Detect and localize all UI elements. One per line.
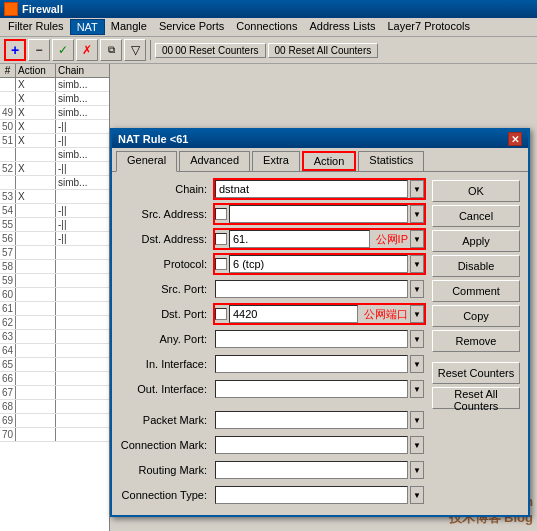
table-row[interactable]: 51X-|| [0,134,109,148]
packet-mark-dropdown[interactable]: ▼ [410,411,424,429]
add-button[interactable]: + [4,39,26,61]
check-button[interactable]: ✓ [52,39,74,61]
src-port-label: Src. Port: [118,283,213,295]
table-row[interactable]: 66 [0,372,109,386]
src-address-checkbox[interactable] [215,208,227,220]
table-row[interactable]: 61 [0,302,109,316]
table-row[interactable]: 58 [0,260,109,274]
in-interface-row: In. Interface: ▼ [118,353,426,375]
routing-mark-wrap: ▼ [213,459,426,481]
table-row[interactable]: 52X-|| [0,162,109,176]
tab-extra[interactable]: Extra [252,151,300,171]
connection-type-input[interactable] [215,486,408,504]
src-address-input[interactable] [229,205,408,223]
tab-action[interactable]: Action [302,151,357,171]
menu-layer7[interactable]: Layer7 Protocols [382,19,477,35]
reset-counters-button-dlg[interactable]: Reset Counters [432,362,520,384]
table-row[interactable]: 54-|| [0,204,109,218]
packet-mark-input[interactable] [215,411,408,429]
src-port-dropdown[interactable]: ▼ [410,280,424,298]
out-interface-input[interactable] [215,380,408,398]
chain-input[interactable] [215,180,408,198]
reset-counters-button[interactable]: 00 00 Reset Counters [155,43,266,58]
menu-filter-rules[interactable]: Filter Rules [2,19,70,35]
routing-mark-input[interactable] [215,461,408,479]
tab-bar: General Advanced Extra Action Statistics [112,148,528,171]
table-row[interactable]: 64 [0,344,109,358]
dst-port-checkbox[interactable] [215,308,227,320]
dialog-close-button[interactable]: ✕ [508,132,522,146]
packet-mark-wrap: ▼ [213,409,426,431]
col-action: Action [16,64,56,77]
copy-button[interactable]: ⧉ [100,39,122,61]
dst-port-dropdown[interactable]: ▼ [410,305,424,323]
table-row[interactable]: 49Xsimb... [0,106,109,120]
chain-row: Chain: ▼ [118,178,426,200]
ok-button[interactable]: OK [432,180,520,202]
connection-type-dropdown[interactable]: ▼ [410,486,424,504]
tab-general[interactable]: General [116,151,177,172]
src-port-input[interactable] [215,280,408,298]
table-row[interactable]: 68 [0,400,109,414]
apply-button[interactable]: Apply [432,230,520,252]
protocol-checkbox[interactable] [215,258,227,270]
table-row[interactable]: Xsimb... [0,92,109,106]
dst-address-checkbox[interactable] [215,233,227,245]
dst-port-input[interactable] [229,305,358,323]
table-row[interactable]: 62 [0,316,109,330]
cancel-button[interactable]: Cancel [432,205,520,227]
table-row[interactable]: simb... [0,176,109,190]
cross-button[interactable]: ✗ [76,39,98,61]
dst-address-input[interactable] [229,230,370,248]
in-interface-input[interactable] [215,355,408,373]
table-row[interactable]: 50X-|| [0,120,109,134]
table-row[interactable]: 65 [0,358,109,372]
reset-all-counters-button-dlg[interactable]: Reset All Counters [432,387,520,409]
chain-dropdown[interactable]: ▼ [410,180,424,198]
table-row[interactable]: simb... [0,148,109,162]
dialog-title-text: NAT Rule <61 [118,133,188,145]
tab-advanced[interactable]: Advanced [179,151,250,171]
table-row[interactable]: 53X [0,190,109,204]
any-port-input[interactable] [215,330,408,348]
copy-button-dlg[interactable]: Copy [432,305,520,327]
in-interface-dropdown[interactable]: ▼ [410,355,424,373]
comment-button[interactable]: Comment [432,280,520,302]
routing-mark-dropdown[interactable]: ▼ [410,461,424,479]
protocol-dropdown[interactable]: ▼ [410,255,424,273]
out-interface-dropdown[interactable]: ▼ [410,380,424,398]
any-port-dropdown[interactable]: ▼ [410,330,424,348]
menu-service-ports[interactable]: Service Ports [153,19,230,35]
reset-all-counters-button[interactable]: 00 Reset All Counters [268,43,379,58]
menu-nat[interactable]: NAT [70,19,105,35]
remove-button-dlg[interactable]: Remove [432,330,520,352]
filter-button[interactable]: ▽ [124,39,146,61]
toolbar-separator [150,40,151,60]
table-row[interactable]: 56-|| [0,232,109,246]
table-row[interactable]: 60 [0,288,109,302]
connection-mark-dropdown[interactable]: ▼ [410,436,424,454]
src-address-dropdown[interactable]: ▼ [410,205,424,223]
table-row[interactable]: 55-|| [0,218,109,232]
table-row[interactable]: 70 [0,428,109,442]
table-row[interactable]: 67 [0,386,109,400]
connection-mark-label: Connection Mark: [118,439,213,451]
disable-button[interactable]: Disable [432,255,520,277]
table-row[interactable]: 57 [0,246,109,260]
table-row[interactable]: Xsimb... [0,78,109,92]
connection-mark-input[interactable] [215,436,408,454]
menu-mangle[interactable]: Mangle [105,19,153,35]
reset-counters-icon: 00 [162,45,173,56]
right-buttons: OK Cancel Apply Disable Comment Copy Rem… [432,178,522,509]
dst-address-row: Dst. Address: 公网IP ▼ [118,228,426,250]
table-row[interactable]: 59 [0,274,109,288]
table-row[interactable]: 63 [0,330,109,344]
menu-address-lists[interactable]: Address Lists [303,19,381,35]
remove-button[interactable]: − [28,39,50,61]
menu-connections[interactable]: Connections [230,19,303,35]
dst-address-dropdown[interactable]: ▼ [410,230,424,248]
protocol-input[interactable] [229,255,408,273]
connection-mark-wrap: ▼ [213,434,426,456]
tab-statistics[interactable]: Statistics [358,151,424,171]
table-row[interactable]: 69 [0,414,109,428]
